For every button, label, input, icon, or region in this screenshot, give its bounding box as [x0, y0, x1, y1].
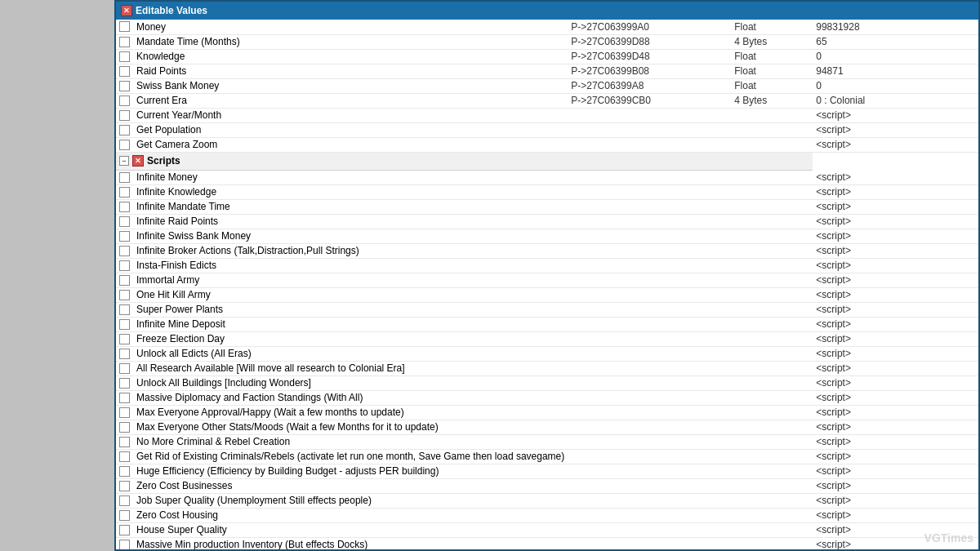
- table-row[interactable]: Knowledge P->27C06399D48 Float 0: [116, 49, 978, 64]
- row-checkbox[interactable]: [119, 466, 130, 477]
- table-row[interactable]: Massive Diplomacy and Faction Standings …: [116, 390, 978, 405]
- row-address: [568, 273, 731, 287]
- row-checkbox[interactable]: [119, 187, 130, 198]
- row-type: [731, 508, 813, 522]
- row-checkbox[interactable]: [119, 481, 130, 491]
- row-checkbox[interactable]: [119, 495, 130, 506]
- table-row[interactable]: Get Population <script>: [116, 122, 978, 137]
- checkbox-cell: [116, 229, 133, 243]
- row-checkbox[interactable]: [119, 378, 130, 389]
- row-name: Infinite Mandate Time: [133, 199, 568, 214]
- table-row[interactable]: Infinite Swiss Bank Money <script>: [116, 229, 978, 243]
- section-close-icon[interactable]: ✕: [132, 155, 144, 167]
- section-header-scripts: − ✕ Scripts: [116, 152, 978, 170]
- row-checkbox[interactable]: [119, 510, 130, 521]
- table-row[interactable]: Get Rid of Existing Criminals/Rebels (ac…: [116, 449, 978, 464]
- row-checkbox[interactable]: [119, 407, 130, 418]
- row-checkbox[interactable]: [119, 81, 130, 91]
- row-checkbox[interactable]: [119, 437, 130, 447]
- checkbox-cell: [116, 108, 133, 122]
- checkbox-cell: [116, 405, 133, 420]
- table-row[interactable]: Huge Efficiency (Efficiency by Building …: [116, 464, 978, 478]
- table-row[interactable]: Unlock All Buildings [Including Wonders]…: [116, 375, 978, 390]
- table-row[interactable]: Infinite Broker Actions (Talk,Distractio…: [116, 243, 978, 258]
- table-row[interactable]: Massive Min production Inventory (But ef…: [116, 537, 978, 549]
- row-checkbox[interactable]: [119, 260, 130, 271]
- row-type: [731, 346, 813, 361]
- row-name: Max Everyone Approval/Happy (Wait a few …: [133, 405, 568, 420]
- header-bar: ✕ Editable Values: [116, 2, 978, 20]
- row-checkbox[interactable]: [119, 66, 130, 77]
- table-row[interactable]: Zero Cost Businesses <script>: [116, 478, 978, 493]
- row-checkbox[interactable]: [119, 140, 130, 150]
- row-value: <script>: [813, 434, 978, 449]
- table-row[interactable]: Current Year/Month <script>: [116, 108, 978, 122]
- table-row[interactable]: Infinite Raid Points <script>: [116, 214, 978, 229]
- table-row[interactable]: Raid Points P->27C06399B08 Float 94871: [116, 64, 978, 78]
- table-row[interactable]: Zero Cost Housing <script>: [116, 508, 978, 522]
- table-row[interactable]: Get Camera Zoom <script>: [116, 137, 978, 152]
- table-row[interactable]: Max Everyone Approval/Happy (Wait a few …: [116, 405, 978, 420]
- row-type: [731, 361, 813, 375]
- watermark: VGTimes: [924, 531, 973, 544]
- checkbox-cell: [116, 20, 133, 34]
- table-row[interactable]: Infinite Money <script>: [116, 170, 978, 184]
- row-address: [568, 137, 731, 152]
- row-checkbox[interactable]: [119, 110, 130, 121]
- row-checkbox[interactable]: [119, 21, 130, 32]
- row-checkbox[interactable]: [119, 246, 130, 256]
- row-type: [731, 522, 813, 537]
- table-row[interactable]: House Super Quality <script>: [116, 522, 978, 537]
- row-name: Mandate Time (Months): [133, 34, 568, 49]
- table-row[interactable]: Unlock all Edicts (All Eras) <script>: [116, 346, 978, 361]
- row-checkbox[interactable]: [119, 334, 130, 344]
- row-checkbox[interactable]: [119, 349, 130, 359]
- row-checkbox[interactable]: [119, 525, 130, 535]
- header-title: Editable Values: [136, 5, 207, 16]
- row-value: <script>: [813, 302, 978, 317]
- row-value: 0 : Colonial: [813, 93, 978, 108]
- row-address: P->27C06399D88: [568, 34, 731, 49]
- row-checkbox[interactable]: [119, 393, 130, 403]
- table-row[interactable]: One Hit Kill Army <script>: [116, 287, 978, 302]
- table-row[interactable]: Infinite Mine Deposit <script>: [116, 317, 978, 331]
- row-checkbox[interactable]: [119, 304, 130, 315]
- row-checkbox[interactable]: [119, 540, 130, 550]
- row-checkbox[interactable]: [119, 37, 130, 47]
- table-row[interactable]: Freeze Election Day <script>: [116, 331, 978, 346]
- table-row[interactable]: Swiss Bank Money P->27C06399A8 Float 0: [116, 78, 978, 93]
- row-address: [568, 361, 731, 375]
- table-row[interactable]: Insta-Finish Edicts <script>: [116, 258, 978, 273]
- row-checkbox[interactable]: [119, 422, 130, 433]
- row-checkbox[interactable]: [119, 231, 130, 242]
- checkbox-cell: [116, 420, 133, 434]
- row-checkbox[interactable]: [119, 451, 130, 462]
- close-icon[interactable]: ✕: [121, 5, 132, 16]
- table-row[interactable]: Infinite Knowledge <script>: [116, 184, 978, 199]
- row-checkbox[interactable]: [119, 202, 130, 212]
- row-checkbox[interactable]: [119, 125, 130, 136]
- row-checkbox[interactable]: [119, 216, 130, 227]
- row-checkbox[interactable]: [119, 96, 130, 106]
- table-row[interactable]: Infinite Mandate Time <script>: [116, 199, 978, 214]
- expand-icon[interactable]: −: [119, 156, 129, 166]
- table-row[interactable]: Current Era P->27C06399CB0 4 Bytes 0 : C…: [116, 93, 978, 108]
- row-name: Infinite Broker Actions (Talk,Distractio…: [133, 243, 568, 258]
- row-checkbox[interactable]: [119, 51, 130, 62]
- checkbox-cell: [116, 464, 133, 478]
- table-row[interactable]: Max Everyone Other Stats/Moods (Wait a f…: [116, 420, 978, 434]
- row-checkbox[interactable]: [119, 275, 130, 286]
- row-checkbox[interactable]: [119, 319, 130, 330]
- row-checkbox[interactable]: [119, 172, 130, 183]
- table-row[interactable]: No More Criminal & Rebel Creation <scrip…: [116, 434, 978, 449]
- row-name: Massive Min production Inventory (But ef…: [133, 537, 568, 549]
- table-row[interactable]: All Research Available [Will move all re…: [116, 361, 978, 375]
- table-row[interactable]: Immortal Army <script>: [116, 273, 978, 287]
- table-row[interactable]: Mandate Time (Months) P->27C06399D88 4 B…: [116, 34, 978, 49]
- table-row[interactable]: Super Power Plants <script>: [116, 302, 978, 317]
- row-address: [568, 214, 731, 229]
- table-row[interactable]: Job Super Quality (Unemployment Still ef…: [116, 493, 978, 508]
- row-checkbox[interactable]: [119, 363, 130, 374]
- row-checkbox[interactable]: [119, 290, 130, 300]
- table-row[interactable]: Money P->27C063999A0 Float 99831928: [116, 20, 978, 34]
